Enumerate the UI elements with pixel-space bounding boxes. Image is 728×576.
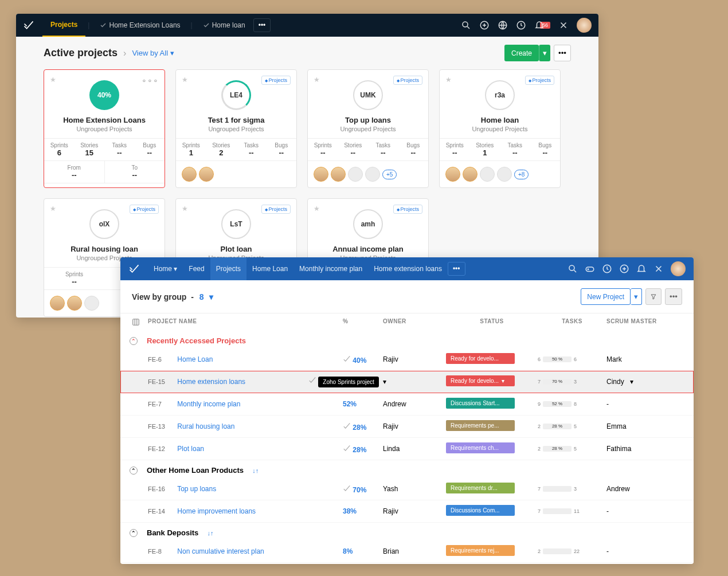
breadcrumb-item[interactable]: Home Extension Loans (92, 14, 188, 37)
collapse-icon[interactable]: ⌃ (130, 529, 138, 537)
projects-tag[interactable]: Projects (525, 76, 554, 85)
collapse-icon[interactable]: ⌃ (130, 467, 138, 475)
member-avatar[interactable] (331, 167, 346, 182)
nav-tab[interactable]: Home Loan (246, 257, 293, 280)
member-avatar[interactable] (84, 296, 99, 311)
projects-tag[interactable]: Projects (261, 205, 291, 214)
status-pill[interactable]: Discussions Com... (446, 505, 515, 516)
table-row[interactable]: FE-16 Top up loans 70%YashRequirements d… (120, 478, 694, 500)
project-card[interactable]: ★ProjectsUMKTop up loansUngrouped Projec… (307, 69, 429, 188)
search-icon[interactable] (567, 264, 578, 274)
project-card[interactable]: ★ProjectsLE4Test 1 for sigmaUngrouped Pr… (175, 69, 297, 188)
member-avatar[interactable] (182, 167, 197, 182)
gamepad-icon[interactable] (585, 264, 595, 274)
table-row[interactable]: FE-14 Home improvement loans38%RajivDisc… (120, 500, 694, 523)
status-pill[interactable]: Ready for develo... ▾ (446, 375, 515, 386)
card-menu[interactable]: ∘∘∘ (142, 76, 159, 85)
project-link[interactable]: Rural housing loan (177, 422, 234, 430)
more-members[interactable]: +8 (514, 170, 529, 179)
new-project-button[interactable]: New Project (581, 288, 631, 305)
member-avatar[interactable] (497, 167, 512, 182)
bell-icon[interactable] (636, 264, 647, 274)
projects-tag[interactable]: Projects (393, 205, 422, 214)
nav-tab[interactable]: Home ▾ (148, 257, 183, 280)
project-link[interactable]: Plot loan (177, 445, 204, 453)
overflow-button[interactable]: ••• (448, 262, 465, 276)
member-avatar[interactable] (445, 167, 460, 182)
projects-tag[interactable]: Projects (130, 205, 159, 214)
table-row[interactable]: FE-13 Rural housing loan 28%RajivRequire… (120, 416, 694, 438)
status-pill[interactable]: Ready for develo... (446, 353, 515, 364)
more-button[interactable]: ••• (665, 288, 682, 305)
user-avatar[interactable] (671, 261, 686, 276)
project-link[interactable]: Monthly income plan (177, 400, 240, 408)
table-row[interactable]: FE-7 Monthly income plan52%AndrewDiscuss… (120, 563, 694, 564)
search-icon[interactable] (461, 20, 471, 30)
nav-tab[interactable]: Projects (210, 257, 246, 280)
nav-projects[interactable]: Projects (42, 14, 85, 37)
collapse-icon[interactable]: ⌃ (130, 337, 138, 345)
overflow-button[interactable]: ••• (253, 18, 271, 32)
projects-tag[interactable]: Projects (261, 76, 291, 85)
clock-icon[interactable] (602, 264, 612, 274)
member-avatar[interactable] (463, 167, 477, 182)
star-icon[interactable]: ★ (445, 76, 452, 84)
columns-icon[interactable] (132, 318, 140, 326)
member-avatar[interactable] (348, 167, 363, 182)
project-link[interactable]: Top up loans (177, 485, 216, 493)
view-by-group[interactable]: View by group - 8 ▾ (132, 292, 213, 301)
project-card[interactable]: ★Projectsr3aHome loanUngrouped ProjectsS… (439, 69, 561, 188)
table-row[interactable]: FE-7 Monthly income plan52%AndrewDiscuss… (120, 393, 694, 416)
project-link[interactable]: Non cumulative interest plan (177, 547, 264, 555)
plus-icon[interactable] (619, 264, 629, 274)
table-row[interactable]: FE-6 Home Loan 40%RajivReady for develo.… (120, 348, 694, 371)
table-row[interactable]: FE-15 Home extension loans Zoho Sprints … (120, 371, 694, 393)
create-dropdown[interactable]: ▾ (539, 45, 550, 61)
tools-icon[interactable] (558, 20, 569, 30)
project-card[interactable]: ★∘∘∘40%Home Extension LoansUngrouped Pro… (44, 69, 165, 188)
table-row[interactable]: FE-8 Non cumulative interest plan8%Brian… (120, 540, 694, 563)
status-pill[interactable]: Requirements rej... (446, 545, 515, 556)
clock-icon[interactable] (516, 20, 526, 30)
star-icon[interactable]: ★ (314, 205, 320, 213)
member-avatar[interactable] (314, 167, 328, 182)
star-icon[interactable]: ★ (314, 76, 320, 84)
tools-icon[interactable] (653, 264, 664, 274)
new-project-dropdown[interactable]: ▾ (631, 288, 642, 305)
nav-tab[interactable]: Feed (183, 257, 210, 280)
project-link[interactable]: Home extension loans (177, 378, 245, 386)
member-avatar[interactable] (480, 167, 495, 182)
table-row[interactable]: FE-12 Plot loan 28%LindaRequirements ch.… (120, 438, 694, 460)
status-pill[interactable]: Requirements ch... (446, 442, 515, 453)
group-header[interactable]: ⌃Bank Deposits ↓↑ (120, 523, 694, 540)
star-icon[interactable]: ★ (182, 205, 188, 213)
globe-icon[interactable] (498, 20, 508, 30)
star-icon[interactable]: ★ (182, 76, 188, 84)
view-filter[interactable]: View by All ▾ (132, 49, 174, 57)
member-avatar[interactable] (50, 296, 65, 311)
more-members[interactable]: +5 (382, 170, 397, 179)
plus-icon[interactable] (479, 20, 490, 30)
status-pill[interactable]: Requirements pe... (446, 420, 515, 431)
nav-tab[interactable]: Home extension loans (368, 257, 448, 280)
create-button[interactable]: Create (504, 45, 539, 61)
group-header[interactable]: ⌃Recently Accessed Projects (120, 331, 694, 348)
status-pill[interactable]: Discussions Start... (446, 398, 515, 409)
member-avatar[interactable] (365, 167, 380, 182)
filter-button[interactable] (645, 288, 662, 305)
project-link[interactable]: Home Loan (177, 355, 213, 363)
project-link[interactable]: Home improvement loans (177, 507, 256, 515)
star-icon[interactable]: ★ (50, 205, 56, 213)
status-pill[interactable]: Requirements dr... (446, 483, 515, 493)
user-avatar[interactable] (577, 18, 592, 33)
sort-icon[interactable]: ↓↑ (252, 467, 259, 474)
more-button[interactable]: ••• (554, 45, 571, 61)
star-icon[interactable]: ★ (50, 76, 56, 84)
group-header[interactable]: ⌃Other Home Loan Products ↓↑ (120, 460, 694, 478)
sort-icon[interactable]: ↓↑ (208, 530, 214, 536)
bell-icon[interactable] (534, 20, 545, 30)
projects-tag[interactable]: Projects (393, 76, 422, 85)
breadcrumb-item[interactable]: Home loan (195, 14, 253, 37)
member-avatar[interactable] (199, 167, 214, 182)
member-avatar[interactable] (67, 296, 82, 311)
